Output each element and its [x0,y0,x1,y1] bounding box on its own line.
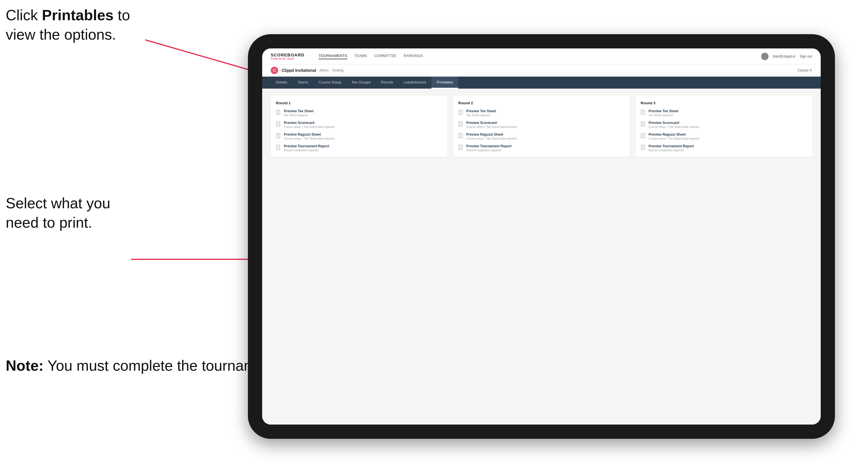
document-icon-2 [276,121,281,127]
round1-scorecard[interactable]: Preview Scorecard Course setup + Tee She… [276,121,442,128]
tab-course-setup[interactable]: Course Setup [313,76,346,89]
round1-report-text: Preview Tournament Report Round Completi… [284,144,329,152]
tournament-tag: (Men) [319,68,328,72]
tab-teams[interactable]: Teams [292,76,313,89]
round2-tee-sheet-title: Preview Tee Sheet [466,109,496,113]
document-icon-3 [276,133,281,139]
round1-tournament-report[interactable]: Preview Tournament Report Round Completi… [276,144,442,152]
rounds-grid: Round 1 Preview Tee Sheet Tee Sheet requ… [271,96,812,157]
round1-report-sub: Round Completion required [284,149,329,152]
doc-icon-r2-2 [458,121,463,127]
top-nav: SCOREBOARD Powered by clippd TOURNAMENTS… [262,49,821,64]
round1-scorecard-text: Preview Scorecard Course setup + Tee She… [284,121,334,128]
logo-area: SCOREBOARD Powered by clippd [271,53,304,60]
round2-report-title: Preview Tournament Report [466,144,512,148]
round2-tee-sheet-sub: Tee Sheet required [466,114,496,117]
nav-teams[interactable]: TEAMS [354,54,367,59]
round1-tee-sheet-text: Preview Tee Sheet Tee Sheet required [284,109,314,117]
top-nav-right: blair@clippd.io Sign out [761,53,812,60]
doc-icon-r3-1 [641,110,646,115]
round2-scorecard[interactable]: Preview Scorecard Course setup + Tee She… [458,121,625,128]
round2-raguzzi[interactable]: Preview Raguzzi Sheet Course setup + Tee… [458,132,625,140]
main-content: Round 1 Preview Tee Sheet Tee Sheet requ… [262,89,821,425]
annotation-top-bold: Printables [42,7,114,23]
round2-scorecard-title: Preview Scorecard [466,121,517,125]
round3-raguzzi-text: Preview Raguzzi Sheet Course setup + Tee… [649,132,699,140]
round2-scorecard-text: Preview Scorecard Course setup + Tee She… [466,121,517,128]
round3-scorecard-title: Preview Scorecard [649,121,699,125]
round1-raguzzi[interactable]: Preview Raguzzi Sheet Course setup + Tee… [276,132,442,140]
cancel-button[interactable]: Cancel ✕ [798,68,812,72]
round-3-section: Round 3 Preview Tee Sheet Tee Sheet requ… [636,96,812,157]
document-icon [276,110,281,115]
tournament-bar: C Clippd Invitational (Men) Hosting Canc… [262,64,821,76]
round2-report-sub: Round Completion required [466,149,512,152]
round-3-title: Round 3 [641,101,807,105]
round2-tournament-report[interactable]: Preview Tournament Report Round Completi… [458,144,625,152]
round-1-title: Round 1 [276,101,442,105]
round3-report-text: Preview Tournament Report Round Completi… [649,144,694,152]
doc-icon-r3-2 [641,121,646,127]
round3-tee-sheet-sub: Tee Sheet required [649,114,679,117]
doc-icon-r2-4 [458,145,463,150]
round1-raguzzi-title: Preview Raguzzi Sheet [284,132,334,136]
round3-report-sub: Round Completion required [649,149,694,152]
tournament-icon: C [271,67,278,74]
round2-raguzzi-title: Preview Raguzzi Sheet [466,132,517,136]
nav-tournaments[interactable]: TOURNAMENTS [318,54,347,59]
round-1-section: Round 1 Preview Tee Sheet Tee Sheet requ… [271,96,447,157]
round3-tee-sheet-text: Preview Tee Sheet Tee Sheet required [649,109,679,117]
round3-scorecard-sub: Course setup + Tee Sheet data required [649,125,699,128]
top-nav-links: TOURNAMENTS TEAMS COMMITTEE RANKINGS [318,54,752,59]
round3-tournament-report[interactable]: Preview Tournament Report Round Completi… [641,144,807,152]
round-2-section: Round 2 Preview Tee Sheet Tee Sheet requ… [453,96,630,157]
logo-title: SCOREBOARD [271,53,304,57]
annotation-bottom-bold: Note: [6,357,43,374]
round2-raguzzi-text: Preview Raguzzi Sheet Course setup + Tee… [466,132,517,140]
round-2-title: Round 2 [458,101,625,105]
round1-tee-sheet[interactable]: Preview Tee Sheet Tee Sheet required [276,109,442,117]
tab-tee-groups[interactable]: Tee Groups [346,76,376,89]
user-email: blair@clippd.io [773,55,795,58]
round3-scorecard-text: Preview Scorecard Course setup + Tee She… [649,121,699,128]
round1-raguzzi-sub: Course setup + Tee Sheet data required [284,137,334,140]
tournament-status: Hosting [332,68,344,72]
doc-icon-r2-1 [458,110,463,115]
annotation-top-prefix: Click [6,7,42,23]
annotation-top-suffix: to [114,7,130,23]
round1-tee-sheet-sub: Tee Sheet required [284,114,314,117]
tablet-device: SCOREBOARD Powered by clippd TOURNAMENTS… [248,34,835,439]
round1-scorecard-title: Preview Scorecard [284,121,334,125]
round2-raguzzi-sub: Course setup + Tee Sheet data required [466,137,517,140]
annotation-top: Click Printables to view the options. [6,6,130,44]
document-icon-4 [276,145,281,150]
doc-icon-r2-3 [458,133,463,139]
tab-results[interactable]: Results [376,76,398,89]
round3-raguzzi-title: Preview Raguzzi Sheet [649,132,699,136]
sign-out-link[interactable]: Sign out [800,55,812,58]
logo-sub: Powered by clippd [271,57,304,60]
tablet-screen: SCOREBOARD Powered by clippd TOURNAMENTS… [262,49,821,425]
sub-nav: Details Teams Course Setup Tee Groups Re… [262,76,821,89]
user-avatar [761,53,769,60]
round3-report-title: Preview Tournament Report [649,144,694,148]
tournament-name[interactable]: Clippd Invitational [282,68,316,73]
nav-rankings[interactable]: RANKINGS [404,54,423,59]
nav-committee[interactable]: COMMITTEE [374,54,396,59]
annotation-middle-line2: need to print. [6,214,92,231]
round1-tee-sheet-title: Preview Tee Sheet [284,109,314,113]
round1-report-title: Preview Tournament Report [284,144,329,148]
round2-tee-sheet[interactable]: Preview Tee Sheet Tee Sheet required [458,109,625,117]
doc-icon-r3-4 [641,145,646,150]
tab-leaderboards[interactable]: Leaderboards [398,76,431,89]
tab-printables[interactable]: Printables [431,76,458,89]
round3-raguzzi[interactable]: Preview Raguzzi Sheet Course setup + Tee… [641,132,807,140]
round3-tee-sheet[interactable]: Preview Tee Sheet Tee Sheet required [641,109,807,117]
round3-scorecard[interactable]: Preview Scorecard Course setup + Tee She… [641,121,807,128]
annotation-middle-line1: Select what you [6,195,110,211]
annotation-top-line3: view the options. [6,26,116,43]
annotation-middle: Select what you need to print. [6,194,110,232]
doc-icon-r3-3 [641,133,646,139]
round2-report-text: Preview Tournament Report Round Completi… [466,144,512,152]
tab-details[interactable]: Details [271,76,292,89]
